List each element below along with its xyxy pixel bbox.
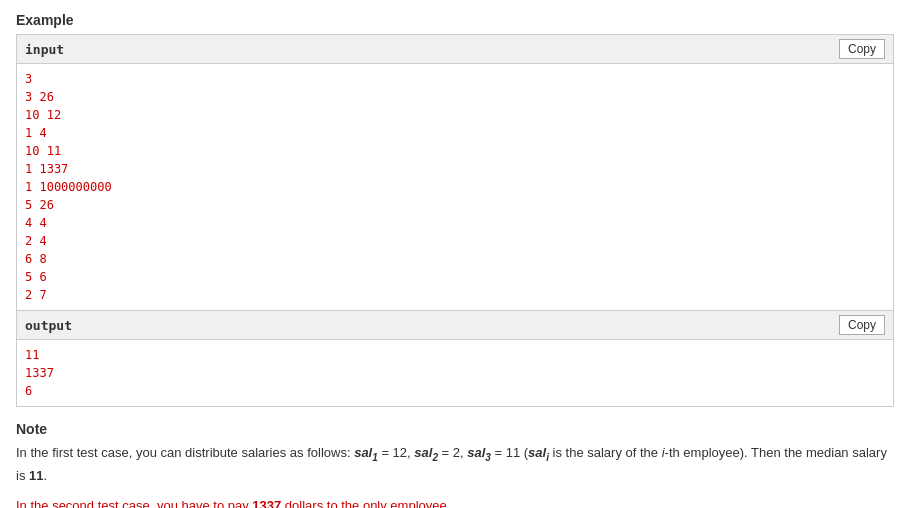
input-line: 2 4 (25, 232, 885, 250)
output-copy-button[interactable]: Copy (839, 315, 885, 335)
input-line: 1 4 (25, 124, 885, 142)
output-label: output (25, 318, 72, 333)
input-line: 2 7 (25, 286, 885, 304)
input-content: 33 2610 121 410 111 13371 10000000005 26… (17, 64, 893, 310)
output-box: output Copy 1113376 (16, 311, 894, 407)
input-line: 5 26 (25, 196, 885, 214)
note-section: Note In the first test case, you can dis… (16, 421, 894, 508)
example-box: input Copy 33 2610 121 410 111 13371 100… (16, 34, 894, 311)
section-title: Example (16, 12, 894, 28)
input-label: input (25, 42, 64, 57)
input-line: 1 1337 (25, 160, 885, 178)
note-paragraph-1: In the first test case, you can distribu… (16, 443, 894, 486)
input-copy-button[interactable]: Copy (839, 39, 885, 59)
input-line: 10 11 (25, 142, 885, 160)
input-line: 3 26 (25, 88, 885, 106)
input-line: 4 4 (25, 214, 885, 232)
note-title: Note (16, 421, 894, 437)
input-line: 6 8 (25, 250, 885, 268)
output-line: 1337 (25, 364, 885, 382)
output-line: 11 (25, 346, 885, 364)
input-line: 1 1000000000 (25, 178, 885, 196)
output-content: 1113376 (17, 340, 893, 406)
input-line: 10 12 (25, 106, 885, 124)
note-paragraph-2: In the second test case, you have to pay… (16, 496, 894, 508)
input-line: 3 (25, 70, 885, 88)
output-box-header: output Copy (17, 311, 893, 340)
input-line: 5 6 (25, 268, 885, 286)
output-line: 6 (25, 382, 885, 400)
input-box-header: input Copy (17, 35, 893, 64)
